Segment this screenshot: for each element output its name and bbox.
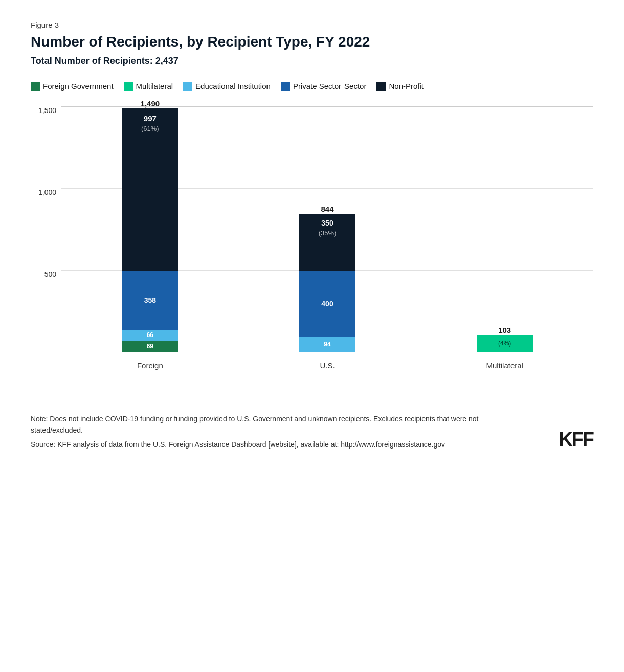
bar-segment-private-us: 400 [299, 271, 355, 337]
legend-label-sector: Sector [344, 82, 366, 91]
bar-stack-us: 94 400 350 (35%) [299, 214, 355, 352]
y-label-1500: 1,500 [38, 106, 56, 115]
chart-title: Number of Recipients, by Recipient Type,… [31, 33, 593, 51]
bar-segment-private-foreign: 358 [122, 271, 178, 330]
bar-group-multilateral: 103 (4%) Multilateral [416, 106, 593, 352]
bar-segment-nonprofit-us: 350 (35%) [299, 214, 355, 271]
bar-segment-multilateral: (4%) [477, 335, 533, 352]
legend-label-foreign-govt: Foreign Government [43, 82, 114, 91]
legend-label-educational: Educational Institution [195, 82, 271, 91]
bar-top-label-multilateral: 103 [498, 326, 511, 334]
bar-label-us-edu: 94 [324, 341, 330, 348]
bar-segment-foreign-govt: 69 [122, 341, 178, 352]
y-label-500: 500 [44, 270, 56, 278]
bar-label-foreign-edu: 66 [147, 331, 153, 339]
bar-group-us: 844 94 400 350 (35%) U.S. [239, 106, 416, 352]
legend-item-nonprofit: Non-Profit [376, 82, 424, 91]
bar-label-foreign-fg: 69 [147, 343, 153, 350]
legend-item-sector-label: Sector [344, 82, 366, 91]
legend-item-foreign-govt: Foreign Government [31, 82, 114, 91]
legend-swatch-nonprofit [376, 82, 386, 91]
bar-pct-foreign: (61%) [141, 125, 159, 132]
bar-top-label-foreign: 1,490 [141, 99, 160, 108]
kff-logo: KFF [559, 429, 593, 451]
bar-group-foreign: 1,490 69 66 358 997 [61, 106, 239, 352]
legend-swatch-educational [183, 82, 192, 91]
legend-label-private: Private Sector [293, 82, 341, 91]
legend-item-multilateral: Multilateral [124, 82, 173, 91]
bar-segment-educational-us: 94 [299, 337, 355, 352]
grid-line-0 [61, 352, 593, 352]
legend-swatch-multilateral [124, 82, 133, 91]
bar-label-us-np: 350 [321, 219, 333, 227]
note-text: Note: Does not include COVID-19 funding … [31, 413, 491, 436]
legend: Foreign Government Multilateral Educatio… [31, 82, 593, 91]
bar-pct-us: (35%) [319, 229, 337, 237]
chart-subtitle: Total Number of Recipients: 2,437 [31, 56, 593, 66]
bar-segment-educational-foreign: 66 [122, 330, 178, 341]
bar-label-foreign-np: 997 [144, 114, 157, 123]
bar-segment-nonprofit-foreign: 997 (61%) [122, 108, 178, 271]
figure-label: Figure 3 [31, 20, 593, 29]
bar-stack-foreign: 69 66 358 997 (61%) [122, 108, 178, 352]
legend-swatch-private [281, 82, 290, 91]
x-label-multilateral: Multilateral [486, 361, 523, 370]
legend-item-educational: Educational Institution [183, 82, 271, 91]
legend-label-multilateral: Multilateral [136, 82, 173, 91]
legend-item-private: Private Sector [281, 82, 341, 91]
bar-pct-multilateral: (4%) [498, 340, 511, 347]
notes-section: Note: Does not include COVID-19 funding … [31, 413, 593, 451]
x-label-foreign: Foreign [137, 361, 163, 370]
bar-stack-multilateral: (4%) [477, 335, 533, 352]
bar-top-label-us: 844 [321, 205, 333, 213]
bar-label-us-priv: 400 [321, 300, 333, 308]
legend-label-nonprofit: Non-Profit [389, 82, 424, 91]
source-text: Source: KFF analysis of data from the U.… [31, 439, 491, 450]
y-label-1000: 1,000 [38, 188, 56, 196]
bar-label-foreign-priv: 358 [144, 296, 156, 304]
x-label-us: U.S. [320, 361, 335, 370]
legend-swatch-foreign-govt [31, 82, 40, 91]
